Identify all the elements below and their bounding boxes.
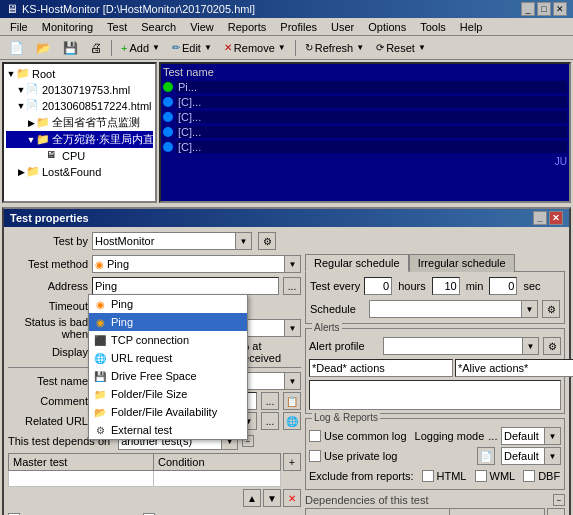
dep-up-button[interactable]: ▲ (547, 508, 565, 515)
dropdown-item-drive[interactable]: 💾 Drive Free Space (89, 367, 247, 385)
dbf-check[interactable] (523, 470, 535, 482)
alert-profile-combo[interactable]: ▼ (383, 337, 539, 355)
tree-item-2[interactable]: ▼ 📄 20130608517224.html (6, 98, 153, 114)
dbf-checkbox[interactable]: DBF (523, 470, 560, 482)
alert-profile-arrow[interactable]: ▼ (522, 338, 538, 354)
menu-user[interactable]: User (325, 20, 360, 34)
menu-search[interactable]: Search (135, 20, 182, 34)
testname-row-5[interactable]: [C]... (163, 140, 567, 154)
menu-file[interactable]: File (4, 20, 34, 34)
sec-input[interactable] (489, 277, 517, 295)
test-method-combo[interactable]: ◉ Ping ▼ (92, 255, 301, 273)
wml-check[interactable] (475, 470, 487, 482)
address-browse-button[interactable]: ... (283, 277, 301, 295)
dropdown-item-ping1[interactable]: ◉ Ping (89, 295, 247, 313)
dead-actions-input[interactable] (309, 359, 453, 377)
common-log-checkbox[interactable]: Use common log (309, 430, 407, 442)
private-log-check[interactable] (309, 450, 321, 462)
method-dropdown[interactable]: ◉ Ping ◉ Ping ⬛ TCP connection 🌐 (88, 294, 248, 440)
dropdown-item-folderavail[interactable]: 📂 Folder/File Availability (89, 403, 247, 421)
tree-toggle[interactable]: ▶ (16, 167, 26, 177)
window-controls[interactable]: _ □ ✕ (521, 2, 567, 16)
test-by-combo[interactable]: HostMonitor ▼ (92, 232, 252, 250)
tree-toggle[interactable]: ▼ (26, 135, 36, 145)
menu-help[interactable]: Help (454, 20, 489, 34)
related-url-browse[interactable]: ... (261, 412, 279, 430)
dropdown-item-tcp[interactable]: ⬛ TCP connection (89, 331, 247, 349)
reset-button[interactable]: ⟳ Reset ▼ (371, 38, 431, 58)
menu-reports[interactable]: Reports (222, 20, 273, 34)
deps-collapse-button[interactable]: − (553, 494, 565, 506)
dialog-minimize-button[interactable]: _ (533, 211, 547, 225)
schedule-arrow[interactable]: ▼ (521, 301, 537, 317)
master-test-add-button[interactable]: + (283, 453, 301, 471)
print-button[interactable]: 🖨 (85, 38, 107, 58)
tree-item-6[interactable]: ▶ 📁 Lost&Found (6, 164, 153, 180)
menu-options[interactable]: Options (362, 20, 412, 34)
common-log-check[interactable] (309, 430, 321, 442)
tree-toggle[interactable]: ▶ (26, 118, 36, 128)
tree-item-root[interactable]: ▼ 📁 Root (6, 66, 153, 82)
new-button[interactable]: 📄 (4, 38, 29, 58)
alerts-area[interactable] (309, 380, 561, 410)
add-button[interactable]: + Add ▼ (116, 38, 165, 58)
menu-profiles[interactable]: Profiles (274, 20, 323, 34)
master-down-button[interactable]: ▼ (263, 489, 281, 507)
tab-regular[interactable]: Regular schedule (305, 254, 409, 272)
tree-item-1[interactable]: ▼ 📄 20130719753.hml (6, 82, 153, 98)
logging-mode-combo[interactable]: Default ▼ (501, 427, 561, 445)
wml-checkbox[interactable]: WML (475, 470, 516, 482)
hours-input[interactable] (364, 277, 392, 295)
private-log-checkbox[interactable]: Use private log (309, 450, 397, 462)
test-name-arrow[interactable]: ▼ (284, 373, 300, 389)
menu-view[interactable]: View (184, 20, 220, 34)
tree-panel[interactable]: ▼ 📁 Root ▼ 📄 20130719753.hml ▼ 📄 2013060… (2, 62, 157, 203)
remove-button[interactable]: ✕ Remove ▼ (219, 38, 291, 58)
menu-test[interactable]: Test (101, 20, 133, 34)
status-bad-arrow[interactable]: ▼ (284, 320, 300, 336)
close-button[interactable]: ✕ (553, 2, 567, 16)
dialog-close-button[interactable]: ✕ (549, 211, 563, 225)
tree-toggle[interactable]: ▼ (16, 85, 26, 95)
testname-row-3[interactable]: [C]... (163, 110, 567, 124)
menu-monitoring[interactable]: Monitoring (36, 20, 99, 34)
schedule-settings-button[interactable]: ⚙ (542, 300, 560, 318)
schedule-combo[interactable]: ▼ (369, 300, 538, 318)
dropdown-item-foldersize[interactable]: 📁 Folder/File Size (89, 385, 247, 403)
edit-button[interactable]: ✏ Edit ▼ (167, 38, 217, 58)
dropdown-item-url[interactable]: 🌐 URL request (89, 349, 247, 367)
minimize-button[interactable]: _ (521, 2, 535, 16)
master-test-cell[interactable] (9, 471, 154, 487)
html-check[interactable] (422, 470, 434, 482)
address-input[interactable] (92, 277, 279, 295)
test-by-arrow[interactable]: ▼ (235, 233, 251, 249)
dropdown-item-ping2[interactable]: ◉ Ping (89, 313, 247, 331)
html-checkbox[interactable]: HTML (422, 470, 467, 482)
testname-row-2[interactable]: [C]... (163, 95, 567, 109)
related-url-go[interactable]: 🌐 (283, 412, 301, 430)
open-button[interactable]: 📂 (31, 38, 56, 58)
test-method-arrow[interactable]: ▼ (284, 256, 300, 272)
refresh-button[interactable]: ↻ Refresh ▼ (300, 38, 369, 58)
comment-btn1[interactable]: ... (261, 392, 279, 410)
dropdown-item-ext[interactable]: ⚙ External test (89, 421, 247, 439)
alert-profile-btn[interactable]: ⚙ (543, 337, 561, 355)
tree-toggle[interactable]: ▼ (16, 101, 26, 111)
logging-mode-arrow[interactable]: ▼ (544, 428, 560, 444)
menu-tools[interactable]: Tools (414, 20, 452, 34)
maximize-button[interactable]: □ (537, 2, 551, 16)
min-input[interactable] (432, 277, 460, 295)
condition-cell[interactable] (154, 471, 281, 487)
alive-actions-input[interactable] (455, 359, 573, 377)
private-log-combo[interactable]: Default ▼ (501, 447, 561, 465)
private-log-arrow[interactable]: ▼ (544, 448, 560, 464)
tree-toggle[interactable]: ▼ (6, 69, 16, 79)
private-log-btn[interactable]: 📄 (477, 447, 495, 465)
tree-item-4[interactable]: ▼ 📁 全万宛路·东里局内直监控 (6, 131, 153, 148)
master-delete-button[interactable]: ✕ (283, 489, 301, 507)
master-up-button[interactable]: ▲ (243, 489, 261, 507)
comment-btn2[interactable]: 📋 (283, 392, 301, 410)
save-button[interactable]: 💾 (58, 38, 83, 58)
tree-item-3[interactable]: ▶ 📁 全国省省节点监测 (6, 114, 153, 131)
tab-irregular[interactable]: Irregular schedule (409, 254, 515, 272)
